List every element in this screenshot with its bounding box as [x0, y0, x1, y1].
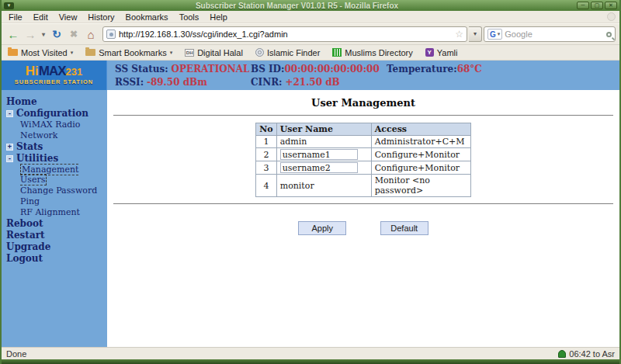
url-dropdown-icon[interactable]: ▾: [469, 26, 482, 42]
status-text: Done: [6, 349, 558, 359]
username2-field[interactable]: [280, 162, 358, 173]
sidebar-item-rf-alignment[interactable]: RF Alignment: [20, 207, 106, 217]
sidebar-item-management-users[interactable]: Management Users: [20, 165, 106, 185]
sidebar-item-reboot[interactable]: Reboot: [6, 218, 106, 229]
window-bottom-border: [2, 359, 619, 364]
menu-tools[interactable]: Tools: [174, 12, 205, 23]
ss-status-value: OPERATIONAL: [172, 64, 250, 75]
sidebar-item-ping[interactable]: Ping: [20, 196, 106, 206]
title-bar: ▾ Subscriber Station Manager V01.01 R5 -…: [2, 0, 619, 11]
sidebar-item-configuration[interactable]: - Configuration: [6, 108, 106, 119]
expand-icon[interactable]: +: [6, 144, 13, 151]
prayer-time-widget[interactable]: 06:42 to Asr: [558, 349, 615, 359]
window-menu-icon[interactable]: ▾: [4, 2, 14, 9]
ss-status-label: SS Status:: [115, 64, 168, 75]
folder-icon: [85, 49, 95, 56]
cinr-label: CINR:: [251, 77, 283, 88]
temperature-value: 68°C: [457, 64, 482, 75]
row-number: 3: [256, 161, 276, 175]
bookmark-islamic-finder[interactable]: Islamic Finder: [255, 48, 320, 57]
page-title: User Management: [107, 97, 619, 109]
column-header-user-name: User Name: [276, 123, 371, 136]
bookmark-digital-halal[interactable]: DH Digital Halal: [185, 48, 243, 57]
back-icon[interactable]: ←: [5, 28, 21, 41]
home-icon[interactable]: ⌂: [83, 28, 99, 41]
column-header-access: Access: [371, 123, 470, 136]
username1-field[interactable]: [280, 149, 358, 160]
sidebar-item-upgrade[interactable]: Upgrade: [6, 241, 106, 252]
table-row: 2 Configure+Monitor: [256, 148, 470, 161]
url-bar[interactable]: ☆: [102, 26, 467, 42]
default-button[interactable]: Default: [380, 221, 428, 235]
history-dropdown-icon[interactable]: ▾: [40, 31, 47, 38]
bookmark-yamli[interactable]: Y Yamli: [425, 48, 458, 57]
user-name-cell: admin: [276, 136, 371, 148]
search-engine-dropdown-icon: ▾: [498, 31, 501, 37]
bookmark-muslims-directory[interactable]: Muslims Directory: [332, 48, 412, 57]
sidebar-item-restart[interactable]: Restart: [6, 230, 106, 241]
menu-file[interactable]: File: [3, 12, 28, 23]
bookmark-most-visited[interactable]: Most Visited ▾: [8, 48, 73, 57]
access-cell: Administrator+C+M: [371, 136, 470, 148]
menu-view[interactable]: View: [54, 12, 83, 23]
sidebar-item-logout[interactable]: Logout: [6, 253, 106, 264]
sidebar-item-utilities[interactable]: - Utilities: [6, 153, 106, 164]
sidebar-item-wimax-radio[interactable]: WiMAX Radio: [20, 120, 106, 130]
status-readouts: SS Status: OPERATIONAL BS ID:00:00:00:00…: [107, 61, 619, 90]
folder-icon: [8, 49, 18, 56]
search-bar[interactable]: G ▾ Google: [484, 26, 616, 42]
rssi-value: -89.50 dBm: [147, 77, 207, 88]
collapse-icon[interactable]: -: [6, 155, 13, 162]
sidebar-item-change-password[interactable]: Change Password: [20, 185, 106, 196]
search-input[interactable]: Google: [505, 29, 604, 39]
access-cell: Configure+Monitor: [371, 161, 470, 175]
bookmark-label: Smart Bookmarks: [99, 48, 166, 57]
column-header-no: No: [256, 123, 276, 136]
bs-id-label: BS ID:: [251, 64, 284, 75]
logo-hi: Hi: [26, 64, 39, 78]
sidebar-item-stats[interactable]: + Stats: [6, 141, 106, 152]
sidebar-item-network[interactable]: Network: [20, 130, 106, 140]
prayer-time-text: 06:42 to Asr: [569, 349, 615, 359]
collapse-icon[interactable]: -: [6, 110, 13, 117]
table-row: 3 Configure+Monitor: [256, 161, 470, 175]
mosque-icon: [558, 350, 566, 358]
search-engine-selector[interactable]: G ▾: [487, 29, 502, 40]
navigation-toolbar: ← → ▾ ↻ ✖ ⌂ ☆ ▾ G ▾ Google: [2, 23, 619, 45]
url-input[interactable]: [119, 29, 452, 39]
bookmark-star-icon[interactable]: ☆: [455, 29, 463, 40]
bookmarks-toolbar: Most Visited ▾ Smart Bookmarks ▾ DH Digi…: [2, 45, 619, 61]
main-panel: User Management No User Name Access 1 ad…: [107, 90, 619, 347]
menu-bookmarks[interactable]: Bookmarks: [120, 12, 174, 23]
row-number: 1: [256, 136, 276, 148]
logo-max: MAX: [39, 64, 66, 78]
bookmark-label: Muslims Directory: [345, 48, 412, 57]
reload-icon[interactable]: ↻: [49, 28, 64, 40]
window-title: Subscriber Station Manager V01.01 R5 - M…: [17, 2, 577, 10]
temperature-label: Temperature:: [387, 64, 457, 75]
search-icon[interactable]: [606, 32, 612, 37]
sidebar-item-home[interactable]: Home: [6, 96, 106, 107]
forward-icon[interactable]: →: [23, 28, 38, 41]
maximize-button[interactable]: ▢: [591, 2, 603, 9]
bookmark-smart-bookmarks[interactable]: Smart Bookmarks ▾: [85, 48, 172, 57]
close-button[interactable]: ✕: [605, 2, 617, 9]
navigation-sidebar: Home - Configuration WiMAX Radio Network…: [2, 90, 107, 347]
chevron-down-icon: ▾: [170, 50, 173, 56]
logo-number: 231: [66, 66, 83, 78]
bookmark-label: Yamli: [437, 48, 458, 57]
menu-history[interactable]: History: [82, 12, 120, 23]
minimize-button[interactable]: ─: [577, 2, 589, 9]
menu-bar: File Edit View History Bookmarks Tools H…: [2, 11, 619, 23]
page-content: HiMAX231 SUBSCRIBER STATION SS Status: O…: [2, 61, 619, 347]
bookmark-label: Most Visited: [21, 48, 68, 57]
stop-icon[interactable]: ✖: [66, 29, 82, 40]
menu-help[interactable]: Help: [204, 12, 233, 23]
menu-edit[interactable]: Edit: [28, 12, 54, 23]
user-name-cell: monitor: [276, 175, 371, 197]
google-icon: G: [490, 30, 496, 39]
apply-button[interactable]: Apply: [298, 221, 346, 235]
logo-subtitle: SUBSCRIBER STATION: [15, 78, 93, 85]
table-row: 1 admin Administrator+C+M: [256, 136, 470, 148]
barcode-icon: [332, 48, 342, 57]
